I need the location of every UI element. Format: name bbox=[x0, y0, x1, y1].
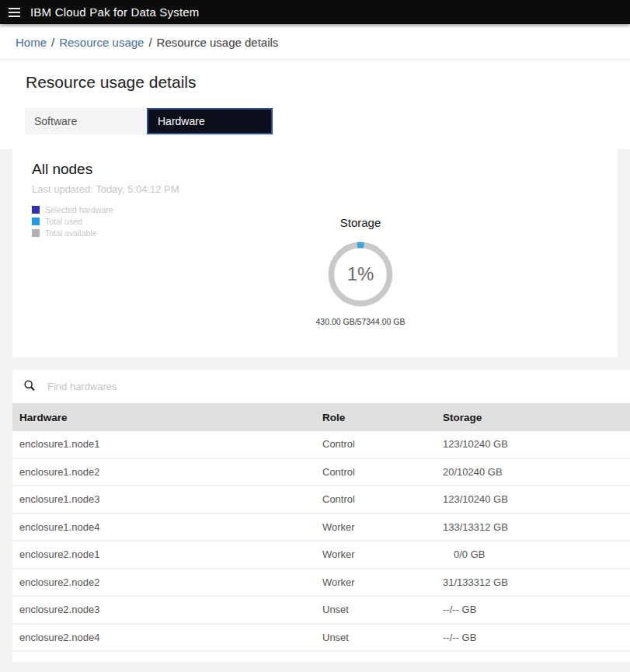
hardware-cell: enclosure1.node3 bbox=[19, 493, 322, 505]
chart-title: Storage bbox=[294, 216, 426, 229]
table-row[interactable]: enclosure1.node1 Control 123/10240 GB bbox=[12, 431, 630, 459]
storage-usage-caption: 430.00 GB/57344.00 GB bbox=[294, 317, 426, 326]
search-bar bbox=[12, 370, 630, 403]
role-cell: Unset bbox=[322, 604, 443, 615]
breadcrumb-current-page: Resource usage details bbox=[157, 36, 279, 49]
tab-bar: Software Hardware bbox=[25, 108, 630, 134]
hardware-cell: enclosure2.node1 bbox=[19, 548, 322, 560]
storage-cell: --/-- GB bbox=[443, 632, 630, 643]
hardware-cell: enclosure2.node3 bbox=[19, 604, 322, 615]
role-cell: Control bbox=[322, 493, 443, 505]
card-title: All nodes bbox=[32, 161, 618, 178]
table-row[interactable]: enclosure1.node4 Worker 133/13312 GB bbox=[12, 514, 630, 542]
hardware-listing: Hardware Role Storage enclosure1.node1 C… bbox=[12, 370, 630, 662]
hardware-cell: enclosure1.node2 bbox=[19, 466, 322, 478]
role-cell: Worker bbox=[322, 521, 443, 533]
table-row[interactable]: enclosure2.node4 Unset --/-- GB bbox=[12, 625, 630, 653]
table-row[interactable]: enclosure2.node1 Worker 0/0 GB bbox=[12, 541, 630, 569]
storage-cell: 20/10240 GB bbox=[443, 466, 630, 478]
column-header-storage[interactable]: Storage bbox=[443, 412, 630, 423]
hardware-cell: enclosure2.node4 bbox=[19, 632, 322, 643]
role-cell: Control bbox=[322, 438, 443, 450]
menu-icon[interactable] bbox=[9, 8, 20, 17]
hardware-cell: enclosure1.node4 bbox=[19, 521, 322, 533]
table-row[interactable]: enclosure2.node2 Worker 31/133312 GB bbox=[12, 569, 630, 597]
breadcrumb-separator: / bbox=[148, 36, 151, 49]
app-title: IBM Cloud Pak for Data System bbox=[30, 5, 200, 19]
legend-label: Total used bbox=[45, 217, 82, 226]
storage-cell: 133/13312 GB bbox=[443, 521, 630, 533]
table-row[interactable]: enclosure1.node3 Control 123/10240 GB bbox=[12, 486, 630, 514]
legend-item-selected-hardware: Selected hardware bbox=[32, 205, 618, 214]
legend-swatch-total-available bbox=[32, 229, 40, 237]
breadcrumb-separator: / bbox=[51, 36, 54, 49]
last-updated-text: Last updated: Today, 5:04:12 PM bbox=[32, 183, 618, 195]
hardware-cell: enclosure1.node1 bbox=[19, 438, 322, 450]
search-input[interactable] bbox=[47, 381, 630, 392]
hardware-cell: enclosure2.node2 bbox=[19, 576, 322, 588]
storage-donut-chart: Storage 1% 430.00 GB/57344.00 GB bbox=[294, 216, 426, 326]
donut-percent-label: 1% bbox=[323, 237, 398, 312]
column-header-hardware[interactable]: Hardware bbox=[19, 412, 322, 423]
storage-cell: 31/133312 GB bbox=[443, 576, 630, 588]
role-cell: Worker bbox=[322, 548, 443, 560]
tab-software[interactable]: Software bbox=[25, 108, 146, 134]
breadcrumb: Home/Resource usage/Resource usage detai… bbox=[0, 24, 630, 60]
search-icon bbox=[23, 379, 37, 393]
table-header: Hardware Role Storage bbox=[12, 403, 630, 431]
content-section: All nodes Last updated: Today, 5:04:12 P… bbox=[0, 149, 630, 672]
donut-ring: 1% bbox=[323, 237, 398, 312]
app-bar: IBM Cloud Pak for Data System bbox=[0, 0, 630, 24]
legend-label: Selected hardware bbox=[45, 205, 113, 214]
breadcrumb-home-link[interactable]: Home bbox=[16, 36, 47, 49]
column-header-role[interactable]: Role bbox=[322, 412, 443, 423]
page-title: Resource usage details bbox=[26, 73, 630, 92]
legend-swatch-selected-hardware bbox=[32, 206, 40, 214]
role-cell: Unset bbox=[322, 632, 443, 643]
legend-label: Total available bbox=[45, 228, 97, 238]
storage-cell: 123/10240 GB bbox=[443, 438, 630, 450]
tab-hardware[interactable]: Hardware bbox=[147, 108, 273, 134]
table-row[interactable]: enclosure1.node2 Control 20/10240 GB bbox=[12, 459, 630, 487]
storage-cell: 0/0 GB bbox=[443, 548, 630, 560]
legend-swatch-total-used bbox=[32, 218, 40, 225]
role-cell: Worker bbox=[322, 576, 443, 588]
table-row[interactable]: enclosure2.node3 Unset --/-- GB bbox=[12, 597, 630, 625]
storage-cell: 123/10240 GB bbox=[443, 493, 630, 505]
breadcrumb-resource-usage-link[interactable]: Resource usage bbox=[59, 36, 144, 49]
all-nodes-card: All nodes Last updated: Today, 5:04:12 P… bbox=[12, 149, 618, 357]
role-cell: Control bbox=[322, 466, 443, 478]
storage-cell: --/-- GB bbox=[443, 604, 630, 615]
